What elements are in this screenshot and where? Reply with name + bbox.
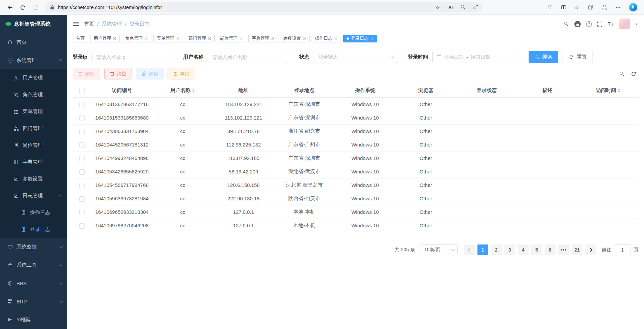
row-checkbox[interactable] xyxy=(79,210,85,215)
help-button[interactable] xyxy=(586,21,592,27)
table-row[interactable]: 1641031367863177216cc113.102.129.221广东省-… xyxy=(73,98,639,111)
sort-asc-icon[interactable] xyxy=(618,87,620,90)
close-tab-icon[interactable] xyxy=(271,37,275,40)
tab-dept-management[interactable]: 部门管理 xyxy=(185,35,215,42)
page-button-3[interactable]: 3 xyxy=(504,244,515,255)
next-page-button[interactable] xyxy=(585,244,596,255)
close-tab-icon[interactable] xyxy=(303,37,306,40)
more-pages-button[interactable]: ••• xyxy=(558,244,569,255)
table-row[interactable]: 1641043063331753984cc39.171.210.78浙江省-绍兴… xyxy=(73,125,639,138)
page-button-2[interactable]: 2 xyxy=(491,244,502,255)
table-row[interactable]: 1641069798270046208cc127.0.0.1本地-本机Windo… xyxy=(73,219,639,232)
split-screen-icon[interactable] xyxy=(561,5,566,10)
sidebar-item-bbs[interactable]: BBS xyxy=(0,274,67,292)
sidebar-item-menu-management[interactable]: 菜单管理 xyxy=(0,103,67,120)
sidebar-item-role-management[interactable]: 角色管理 xyxy=(0,86,67,103)
close-tab-icon[interactable] xyxy=(176,37,180,40)
show-search-button[interactable] xyxy=(619,71,624,76)
tab-operation-log[interactable]: 操作日志 xyxy=(312,35,341,42)
clear-button[interactable]: 清空 xyxy=(104,68,132,79)
table-row[interactable]: 1641044520567181312cc112.96.225.132广东省-广… xyxy=(73,138,639,152)
close-tab-icon[interactable] xyxy=(240,37,243,40)
close-tab-icon[interactable] xyxy=(113,37,116,40)
page-button-4[interactable]: 4 xyxy=(518,244,529,255)
sidebar-item-user-management[interactable]: 用户管理 xyxy=(0,69,67,86)
sort-desc-icon[interactable] xyxy=(192,91,195,94)
sidebar-item-log-management[interactable]: 日志管理 xyxy=(0,187,67,204)
read-aloud-icon[interactable] xyxy=(448,5,454,10)
page-size-select[interactable]: 10条/页 xyxy=(421,244,458,255)
goto-page-input[interactable] xyxy=(614,244,631,255)
browser-profile-icon[interactable] xyxy=(601,4,607,10)
page-button-21[interactable]: 21 xyxy=(572,244,582,255)
tab-user-management[interactable]: 用户管理 xyxy=(90,35,120,42)
breadcrumb-item[interactable]: 首页 xyxy=(84,21,94,27)
browser-address-bar[interactable]: https://ccnetcore.com:1101/system/log/lo… xyxy=(45,2,482,12)
password-key-icon[interactable] xyxy=(436,5,441,10)
select-all-checkbox[interactable] xyxy=(79,88,85,93)
table-row[interactable]: 1641069652933218304cc127.0.0.1本地-本机Windo… xyxy=(73,205,639,219)
sidebar-item-param-settings[interactable]: 参数设置 xyxy=(0,170,67,187)
header-search-button[interactable] xyxy=(564,21,569,27)
row-checkbox[interactable] xyxy=(79,156,85,161)
sidebar-item-login-log[interactable]: 登录日志 xyxy=(0,221,67,238)
collapse-sidebar-button[interactable] xyxy=(73,22,79,26)
row-checkbox[interactable] xyxy=(79,183,85,188)
page-button-6[interactable]: 6 xyxy=(545,244,556,255)
row-checkbox[interactable] xyxy=(79,223,85,229)
browser-essentials-icon[interactable] xyxy=(547,5,553,10)
browser-refresh-button[interactable] xyxy=(17,2,28,13)
row-checkbox[interactable] xyxy=(79,102,85,107)
sidebar-item-operation-log[interactable]: 操作日志 xyxy=(0,204,67,221)
page-button-5[interactable]: 5 xyxy=(531,244,542,255)
search-button[interactable]: 搜索 xyxy=(529,51,558,63)
sidebar-item-system-tools[interactable]: 系统工具 xyxy=(0,256,67,274)
table-row[interactable]: 1641031533185863680cc113.102.129.221广东省-… xyxy=(73,111,639,125)
sort-asc-icon[interactable] xyxy=(192,87,195,90)
sidebar-item-system-management[interactable]: 系统管理 xyxy=(0,51,67,69)
sort-control[interactable] xyxy=(618,87,620,94)
row-checkbox[interactable] xyxy=(79,142,85,148)
row-checkbox[interactable] xyxy=(79,116,85,121)
close-tab-icon[interactable] xyxy=(145,37,148,40)
tab-menu-management[interactable]: 菜单管理 xyxy=(153,35,183,42)
tab-param-settings[interactable]: 参数设置 xyxy=(280,35,310,42)
login-time-range-picker[interactable]: 开始日期 - 结束日期 xyxy=(432,51,517,63)
bing-copilot-icon[interactable] xyxy=(629,3,637,11)
browser-back-button[interactable] xyxy=(5,2,15,13)
refresh-table-button[interactable] xyxy=(631,71,637,76)
zoom-search-icon[interactable] xyxy=(460,5,466,10)
browser-menu-icon[interactable] xyxy=(615,5,621,10)
reset-button[interactable]: 重置 xyxy=(563,51,593,63)
sidebar-item-home[interactable]: 首页 xyxy=(0,33,67,51)
table-row[interactable]: 1641044993248464896cc113.87.92.165广东省-深圳… xyxy=(73,152,639,165)
sort-control[interactable] xyxy=(192,87,195,94)
favorites-icon[interactable] xyxy=(574,5,580,10)
close-tab-icon[interactable] xyxy=(370,37,374,40)
user-name-input[interactable] xyxy=(208,51,288,63)
table-row[interactable]: 1641059633978281984cc222.90.130.18陕西省-西安… xyxy=(73,192,639,205)
avatar-caret-icon[interactable] xyxy=(635,24,638,27)
export-button[interactable]: 导出 xyxy=(168,68,195,79)
row-checkbox[interactable] xyxy=(79,169,85,175)
tab-post-management[interactable]: 岗位管理 xyxy=(217,35,246,42)
url-text[interactable]: https://ccnetcore.com:1101/system/log/lo… xyxy=(58,5,162,10)
tab-login-log[interactable]: 登录日志 xyxy=(343,35,377,42)
tab-role-management[interactable]: 角色管理 xyxy=(122,35,151,42)
sidebar-item-erp[interactable]: ERP xyxy=(0,292,67,310)
site-lock-icon[interactable] xyxy=(50,5,55,10)
close-tab-icon[interactable] xyxy=(334,37,338,40)
tab-dict-management[interactable]: 字典管理 xyxy=(248,35,278,42)
sidebar-item-system-monitor[interactable]: 系统监控 xyxy=(0,238,67,256)
column-header-user[interactable]: 用户名称 xyxy=(152,87,213,94)
status-select[interactable]: 登录状态 xyxy=(314,51,397,63)
close-tab-icon[interactable] xyxy=(208,37,211,40)
login-ip-input[interactable] xyxy=(92,51,172,63)
tab-home[interactable]: 首页 xyxy=(73,35,88,42)
collections-icon[interactable] xyxy=(588,5,593,10)
table-row[interactable]: 1641053426655825920cc58.19.42.209湖北省-武汉市… xyxy=(73,165,639,178)
table-row[interactable]: 1641054566717984768cc120.6.150.158河北省-秦皇… xyxy=(73,178,639,192)
row-checkbox[interactable] xyxy=(79,129,85,134)
fullscreen-button[interactable] xyxy=(597,22,602,27)
browser-home-button[interactable] xyxy=(30,2,41,13)
